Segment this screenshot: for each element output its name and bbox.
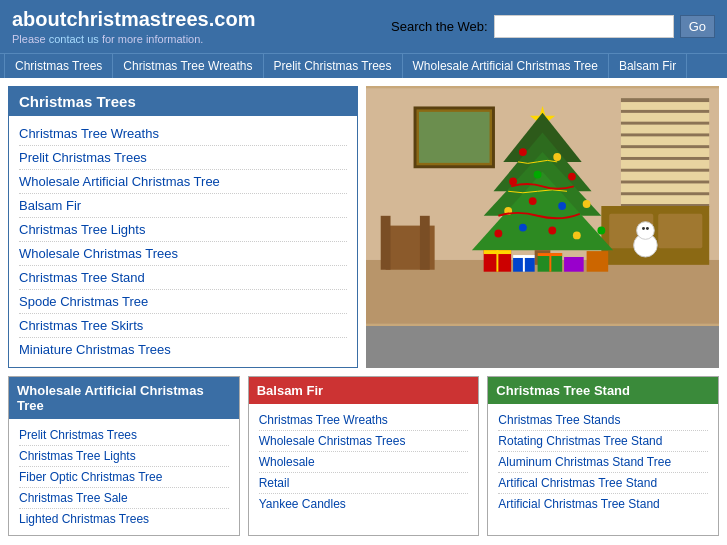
svg-rect-4 xyxy=(621,98,709,102)
svg-rect-18 xyxy=(658,214,702,248)
tree-image-panel xyxy=(366,86,719,368)
link-wholesale-artificial[interactable]: Wholesale Artificial Christmas Tree xyxy=(19,170,347,194)
left-panel: Christmas Trees Christmas Tree Wreaths P… xyxy=(8,86,358,368)
christmas-trees-box: Christmas Trees Christmas Tree Wreaths P… xyxy=(8,86,358,368)
svg-point-26 xyxy=(553,153,561,161)
svg-point-51 xyxy=(637,222,655,240)
site-title: aboutchristmastrees.com xyxy=(12,8,255,31)
contact-link[interactable]: contact us xyxy=(49,33,99,45)
stand-link-rotating[interactable]: Rotating Christmas Tree Stand xyxy=(498,431,708,452)
stand-link-artificial[interactable]: Artificial Christmas Tree Stand xyxy=(498,494,708,514)
nav-bar: Christmas Trees Christmas Tree Wreaths P… xyxy=(0,53,727,78)
balsam-box: Balsam Fir Christmas Tree Wreaths Wholes… xyxy=(248,376,480,536)
svg-rect-55 xyxy=(381,216,391,270)
svg-point-31 xyxy=(529,197,537,205)
svg-point-25 xyxy=(519,148,527,156)
svg-rect-9 xyxy=(621,157,709,160)
balsam-link-retail[interactable]: Retail xyxy=(259,473,469,494)
stand-link-aluminum[interactable]: Aluminum Christmas Stand Tree xyxy=(498,452,708,473)
stand-link-stands[interactable]: Christmas Tree Stands xyxy=(498,410,708,431)
svg-rect-48 xyxy=(564,257,584,272)
wholesale-link-prelit[interactable]: Prelit Christmas Trees xyxy=(19,425,229,446)
search-button[interactable]: Go xyxy=(680,15,715,38)
balsam-link-wreaths[interactable]: Christmas Tree Wreaths xyxy=(259,410,469,431)
search-input[interactable] xyxy=(494,15,674,38)
svg-point-28 xyxy=(534,171,542,179)
nav-item-wreaths[interactable]: Christmas Tree Wreaths xyxy=(113,54,263,78)
bottom-panels: Wholesale Artificial Christmas Tree Prel… xyxy=(0,376,727,544)
svg-rect-15 xyxy=(419,112,490,163)
link-skirts[interactable]: Christmas Tree Skirts xyxy=(19,314,347,338)
wholesale-box-header: Wholesale Artificial Christmas Tree xyxy=(9,377,239,419)
svg-rect-8 xyxy=(621,145,709,148)
stand-link-artifical[interactable]: Artifical Christmas Tree Stand xyxy=(498,473,708,494)
contact-before: Please xyxy=(12,33,46,45)
stand-box: Christmas Tree Stand Christmas Tree Stan… xyxy=(487,376,719,536)
svg-point-53 xyxy=(646,227,649,230)
header: aboutchristmastrees.com Please contact u… xyxy=(0,0,727,53)
balsam-box-header: Balsam Fir xyxy=(249,377,479,404)
svg-rect-7 xyxy=(621,133,709,136)
svg-rect-11 xyxy=(621,181,709,184)
svg-rect-49 xyxy=(587,251,609,272)
svg-rect-5 xyxy=(621,110,709,113)
wholesale-link-fiber[interactable]: Fiber Optic Christmas Tree xyxy=(19,467,229,488)
wholesale-box: Wholesale Artificial Christmas Tree Prel… xyxy=(8,376,240,536)
link-balsam[interactable]: Balsam Fir xyxy=(19,194,347,218)
svg-point-34 xyxy=(494,230,502,238)
wholesale-link-lighted[interactable]: Lighted Christmas Trees xyxy=(19,509,229,529)
stand-box-links: Christmas Tree Stands Rotating Christmas… xyxy=(488,404,718,520)
main-area: Christmas Trees Christmas Tree Wreaths P… xyxy=(0,78,727,376)
contact-line: Please contact us for more information. xyxy=(12,33,255,45)
link-wreaths[interactable]: Christmas Tree Wreaths xyxy=(19,122,347,146)
svg-point-37 xyxy=(573,231,581,239)
svg-point-29 xyxy=(568,173,576,181)
svg-point-35 xyxy=(519,224,527,232)
header-left: aboutchristmastrees.com Please contact u… xyxy=(12,8,255,45)
link-lights[interactable]: Christmas Tree Lights xyxy=(19,218,347,242)
svg-rect-12 xyxy=(621,192,709,195)
svg-rect-10 xyxy=(621,169,709,172)
svg-point-38 xyxy=(597,227,605,235)
wholesale-box-links: Prelit Christmas Trees Christmas Tree Li… xyxy=(9,419,239,535)
search-area: Search the Web: Go xyxy=(391,15,715,38)
balsam-link-yankee[interactable]: Yankee Candles xyxy=(259,494,469,514)
link-stand[interactable]: Christmas Tree Stand xyxy=(19,266,347,290)
svg-point-32 xyxy=(558,202,566,210)
svg-rect-56 xyxy=(420,216,430,270)
svg-point-36 xyxy=(548,227,556,235)
nav-item-prelit[interactable]: Prelit Christmas Trees xyxy=(264,54,403,78)
christmas-trees-header: Christmas Trees xyxy=(9,87,357,116)
tree-svg xyxy=(366,86,719,326)
nav-item-wholesale[interactable]: Wholesale Artificial Christmas Tree xyxy=(403,54,609,78)
tree-image xyxy=(366,86,719,326)
balsam-box-links: Christmas Tree Wreaths Wholesale Christm… xyxy=(249,404,479,520)
wholesale-link-sale[interactable]: Christmas Tree Sale xyxy=(19,488,229,509)
christmas-trees-links: Christmas Tree Wreaths Prelit Christmas … xyxy=(9,116,357,367)
link-miniature[interactable]: Miniature Christmas Trees xyxy=(19,338,347,361)
svg-point-33 xyxy=(583,200,591,208)
search-label: Search the Web: xyxy=(391,19,488,34)
svg-point-52 xyxy=(642,227,645,230)
balsam-link-wholesale[interactable]: Wholesale xyxy=(259,452,469,473)
balsam-link-wholesale-trees[interactable]: Wholesale Christmas Trees xyxy=(259,431,469,452)
link-spode[interactable]: Spode Christmas Tree xyxy=(19,290,347,314)
nav-item-christmas-trees[interactable]: Christmas Trees xyxy=(4,54,113,78)
stand-box-header: Christmas Tree Stand xyxy=(488,377,718,404)
contact-after: for more information. xyxy=(102,33,203,45)
link-prelit[interactable]: Prelit Christmas Trees xyxy=(19,146,347,170)
svg-rect-6 xyxy=(621,122,709,125)
link-wholesale-trees[interactable]: Wholesale Christmas Trees xyxy=(19,242,347,266)
wholesale-link-lights[interactable]: Christmas Tree Lights xyxy=(19,446,229,467)
nav-item-balsam[interactable]: Balsam Fir xyxy=(609,54,687,78)
